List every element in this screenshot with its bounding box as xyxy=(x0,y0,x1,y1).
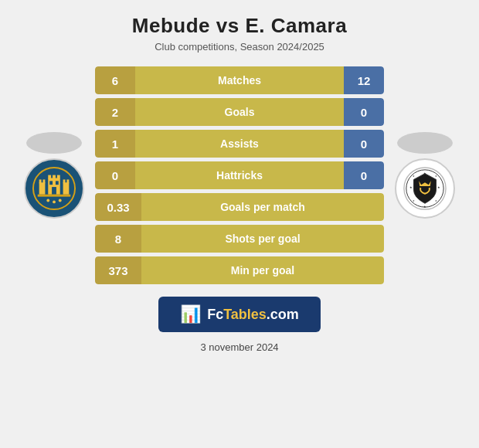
goals-left-value: 2 xyxy=(95,98,135,126)
brand-box: 📊 FcTables.com xyxy=(158,297,321,332)
svg-text:★: ★ xyxy=(437,186,440,189)
left-team-logo-area xyxy=(19,132,89,219)
svg-text:★: ★ xyxy=(435,199,437,202)
right-team-emblem-svg: ★ ★ ★ ★ ★ ★ ★ ★ xyxy=(403,166,447,211)
svg-text:★: ★ xyxy=(409,186,413,189)
goals-per-match-label: Goals per match xyxy=(141,193,384,221)
matches-label: Matches xyxy=(135,66,344,94)
svg-rect-3 xyxy=(43,179,46,183)
svg-text:★: ★ xyxy=(423,172,426,175)
matches-left-value: 6 xyxy=(95,66,135,94)
hattricks-left-value: 0 xyxy=(95,161,135,189)
hattricks-right-value: 0 xyxy=(344,161,384,189)
goals-label: Goals xyxy=(135,98,344,126)
footer-date: 3 november 2024 xyxy=(200,341,278,353)
matches-right-value: 12 xyxy=(344,66,384,94)
svg-rect-11 xyxy=(52,187,56,195)
svg-rect-12 xyxy=(49,181,53,185)
stat-row-shots-per-goal: 8 Shots per goal xyxy=(95,225,384,253)
stat-row-assists: 1 Assists 0 xyxy=(95,130,384,158)
svg-point-17 xyxy=(59,199,62,202)
stat-row-goals-per-match: 0.33 Goals per match xyxy=(95,193,384,221)
svg-rect-8 xyxy=(63,182,70,194)
assists-left-value: 1 xyxy=(95,130,135,158)
stat-row-min-per-goal: 373 Min per goal xyxy=(95,256,384,284)
svg-text:★: ★ xyxy=(413,199,415,202)
brand-icon: 📊 xyxy=(180,304,201,324)
left-team-logo xyxy=(24,158,84,219)
svg-rect-2 xyxy=(39,179,42,183)
svg-rect-5 xyxy=(48,175,51,179)
right-ellipse-top xyxy=(397,132,453,154)
svg-text:★: ★ xyxy=(413,175,415,178)
svg-rect-1 xyxy=(39,182,46,194)
min-per-goal-value: 373 xyxy=(95,256,141,284)
match-subtitle: Club competitions, Season 2024/2025 xyxy=(132,41,347,53)
stats-section: 6 Matches 12 2 Goals 0 1 Assists 0 0 Hat… xyxy=(89,66,390,284)
right-team-logo-area: ★ ★ ★ ★ ★ ★ ★ ★ xyxy=(390,132,460,219)
assists-right-value: 0 xyxy=(344,130,384,158)
svg-point-15 xyxy=(46,199,49,202)
stat-row-hattricks: 0 Hattricks 0 xyxy=(95,161,384,189)
svg-rect-9 xyxy=(63,179,66,183)
page-wrapper: Mebude vs E. Camara Club competitions, S… xyxy=(0,0,479,448)
svg-rect-14 xyxy=(38,195,71,197)
goals-right-value: 0 xyxy=(344,98,384,126)
goals-per-match-value: 0.33 xyxy=(95,193,141,221)
svg-text:★: ★ xyxy=(435,175,437,178)
stat-row-goals: 2 Goals 0 xyxy=(95,98,384,126)
svg-point-16 xyxy=(53,200,56,203)
svg-rect-6 xyxy=(53,175,56,179)
svg-rect-10 xyxy=(66,179,69,183)
left-team-emblem-svg xyxy=(32,166,76,211)
assists-label: Assists xyxy=(135,130,344,158)
header: Mebude vs E. Camara Club competitions, S… xyxy=(124,0,355,59)
svg-rect-7 xyxy=(57,175,60,179)
left-ellipse-top xyxy=(26,132,82,154)
shots-per-goal-value: 8 xyxy=(95,225,141,253)
svg-rect-13 xyxy=(56,181,59,185)
stat-row-matches: 6 Matches 12 xyxy=(95,66,384,94)
right-team-logo: ★ ★ ★ ★ ★ ★ ★ ★ xyxy=(395,158,455,219)
shots-per-goal-label: Shots per goal xyxy=(141,225,384,253)
main-content: 6 Matches 12 2 Goals 0 1 Assists 0 0 Hat… xyxy=(0,59,479,284)
match-title: Mebude vs E. Camara xyxy=(132,14,347,38)
brand-text: FcTables.com xyxy=(207,307,299,323)
hattricks-label: Hattricks xyxy=(135,161,344,189)
min-per-goal-label: Min per goal xyxy=(141,256,384,284)
svg-text:★: ★ xyxy=(423,205,426,209)
